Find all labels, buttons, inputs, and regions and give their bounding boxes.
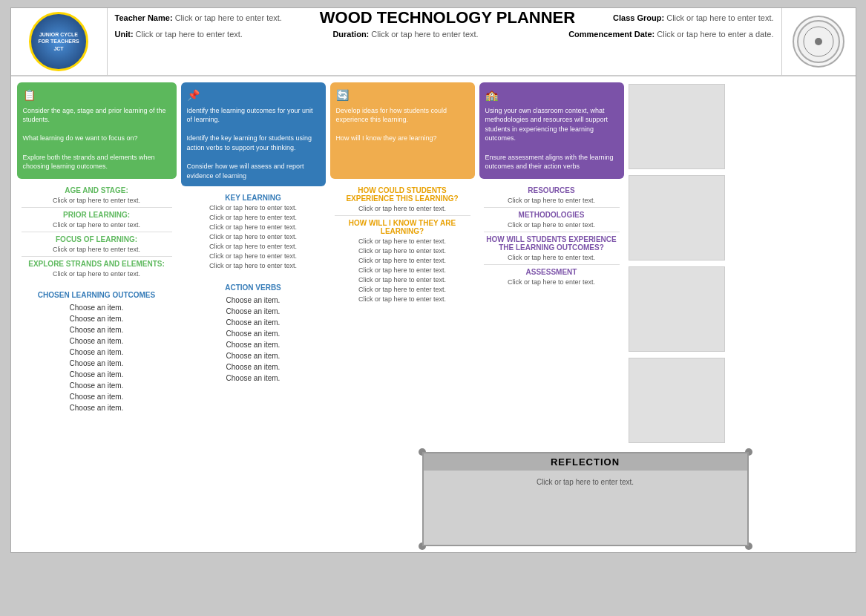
av-dropdown-3[interactable]: Choose an item. bbox=[186, 318, 321, 327]
dropdown-3[interactable]: Choose an item. bbox=[22, 326, 172, 334]
know-text-2[interactable]: Click or tap here to enter text. bbox=[335, 247, 470, 255]
dropdown-6[interactable]: Choose an item. bbox=[22, 359, 172, 367]
explore-text[interactable]: Click or tap here to enter text. bbox=[22, 270, 172, 278]
resources-section: RESOURCES Click or tap here to enter tex… bbox=[479, 183, 624, 290]
main-content: 📋 Consider the age, stage and prior lear… bbox=[11, 76, 856, 449]
av-dropdown-4[interactable]: Choose an item. bbox=[186, 330, 321, 338]
commencement-field[interactable]: Commencement Date: Click or tap here to … bbox=[568, 30, 773, 39]
orange-card-text: Develop ideas for how students could exp… bbox=[336, 106, 469, 143]
dropdown-9[interactable]: Choose an item. bbox=[22, 393, 172, 401]
av-dropdown-6[interactable]: Choose an item. bbox=[186, 352, 321, 360]
key-learning-title: KEY LEARNING bbox=[186, 194, 321, 202]
methodologies-text[interactable]: Click or tap here to enter text. bbox=[484, 221, 620, 229]
logo-text: JUNIOR CYCLEFOR TEACHERSJCT bbox=[38, 31, 79, 51]
green-info-card: 📋 Consider the age, stage and prior lear… bbox=[17, 82, 177, 179]
class-group-field[interactable]: Class Group: Click or tap here to enter … bbox=[613, 13, 773, 22]
know-text-4[interactable]: Click or tap here to enter text. bbox=[335, 266, 470, 274]
duration-field[interactable]: Duration: Click or tap here to enter tex… bbox=[332, 30, 478, 39]
assessment-text[interactable]: Click or tap here to enter text. bbox=[484, 278, 620, 286]
reflection-text[interactable]: Click or tap here to enter text. bbox=[424, 471, 747, 545]
key-learning-text-6[interactable]: Click or tap here to enter text. bbox=[186, 252, 321, 260]
class-group-input[interactable]: Click or tap here to enter text. bbox=[666, 13, 773, 22]
reflection-container: REFLECTION Click or tap here to enter te… bbox=[422, 452, 749, 546]
key-learning-text-3[interactable]: Click or tap here to enter text. bbox=[186, 223, 321, 231]
divider-assess bbox=[484, 264, 620, 265]
green-card-text: Consider the age, stage and prior learni… bbox=[23, 106, 171, 171]
reflection-title: REFLECTION bbox=[424, 453, 747, 471]
image-placeholder-4 bbox=[629, 358, 725, 443]
know-text-6[interactable]: Click or tap here to enter text. bbox=[335, 286, 470, 293]
column-2: 📌 Identify the learning outcomes for you… bbox=[181, 82, 326, 443]
unit-field[interactable]: Unit: Click or tap here to enter text. bbox=[115, 30, 243, 39]
know-text-1[interactable]: Click or tap here to enter text. bbox=[335, 237, 470, 245]
dropdown-5[interactable]: Choose an item. bbox=[22, 348, 172, 356]
dropdown-4[interactable]: Choose an item. bbox=[22, 337, 172, 345]
key-learning-text-1[interactable]: Click or tap here to enter text. bbox=[186, 204, 321, 212]
prior-learning-title: PRIOR LEARNING: bbox=[22, 211, 172, 219]
age-stage-text[interactable]: Click or tap here to enter text. bbox=[22, 197, 172, 204]
image-placeholder-3 bbox=[629, 266, 725, 352]
av-dropdown-5[interactable]: Choose an item. bbox=[186, 341, 321, 349]
dropdown-7[interactable]: Choose an item. bbox=[22, 370, 172, 379]
header-info: Teacher Name: Click or tap here to enter… bbox=[108, 8, 781, 75]
dropdown-8[interactable]: Choose an item. bbox=[22, 381, 172, 390]
reflection-area: REFLECTION Click or tap here to enter te… bbox=[422, 452, 749, 546]
experience-section: HOW COULD STUDENTS EXPERIENCE THIS LEARN… bbox=[330, 183, 475, 308]
teacher-input[interactable]: Click or tap here to enter text. bbox=[175, 13, 282, 22]
key-learning-text-5[interactable]: Click or tap here to enter text. bbox=[186, 243, 321, 250]
svg-point-3 bbox=[815, 38, 822, 45]
dropdown-2[interactable]: Choose an item. bbox=[22, 315, 172, 323]
commencement-label: Commencement Date: bbox=[568, 30, 655, 39]
main-title: WOOD TECHNOLOGY PLANNER bbox=[320, 8, 575, 27]
divider-1 bbox=[22, 207, 172, 208]
divider-exp bbox=[335, 215, 470, 216]
duration-input[interactable]: Click or tap here to enter text. bbox=[371, 30, 478, 39]
know-text-7[interactable]: Click or tap here to enter text. bbox=[335, 295, 470, 303]
header-row-2: Unit: Click or tap here to enter text. D… bbox=[115, 30, 774, 39]
know-text-5[interactable]: Click or tap here to enter text. bbox=[335, 276, 470, 284]
chosen-title: CHOSEN LEARNING OUTCOMES bbox=[22, 291, 172, 299]
av-dropdown-1[interactable]: Choose an item. bbox=[186, 296, 321, 304]
blue-card-text: Identify the learning outcomes for your … bbox=[187, 106, 320, 181]
key-learning-text-2[interactable]: Click or tap here to enter text. bbox=[186, 214, 321, 221]
resources-text[interactable]: Click or tap here to enter text. bbox=[484, 197, 620, 204]
key-learning-text-4[interactable]: Click or tap here to enter text. bbox=[186, 233, 321, 240]
bottom-spacer bbox=[17, 452, 418, 546]
know-text-3[interactable]: Click or tap here to enter text. bbox=[335, 257, 470, 264]
prior-learning-text[interactable]: Click or tap here to enter text. bbox=[22, 221, 172, 229]
emblem-svg: ⚙ bbox=[796, 19, 841, 64]
chosen-outcomes-section: CHOSEN LEARNING OUTCOMES Choose an item.… bbox=[17, 286, 177, 419]
header-row-1: Teacher Name: Click or tap here to enter… bbox=[115, 8, 774, 27]
blue-info-card: 📌 Identify the learning outcomes for you… bbox=[181, 82, 326, 186]
key-learning-text-7[interactable]: Click or tap here to enter text. bbox=[186, 262, 321, 269]
column-3: 🔄 Develop ideas for how students could e… bbox=[330, 82, 475, 443]
know-title: HOW WILL I KNOW THEY ARE LEARNING? bbox=[335, 219, 470, 235]
methodologies-title: METHODOLOGIES bbox=[484, 211, 620, 219]
divider-2 bbox=[22, 232, 172, 232]
col4-experience-text[interactable]: Click or tap here to enter text. bbox=[484, 254, 620, 261]
av-dropdown-7[interactable]: Choose an item. bbox=[186, 363, 321, 371]
focus-title: FOCUS OF LEARNING: bbox=[22, 235, 172, 243]
unit-input[interactable]: Click or tap here to enter text. bbox=[136, 30, 243, 39]
logo-area: JUNIOR CYCLEFOR TEACHERSJCT bbox=[11, 8, 108, 75]
column-1: 📋 Consider the age, stage and prior lear… bbox=[17, 82, 177, 443]
dropdown-1[interactable]: Choose an item. bbox=[22, 304, 172, 312]
column-5 bbox=[629, 82, 725, 443]
orange-info-card: 🔄 Develop ideas for how students could e… bbox=[330, 82, 475, 179]
av-dropdown-8[interactable]: Choose an item. bbox=[186, 374, 321, 382]
purple-info-card: 🏫 Using your own classroom context, what… bbox=[479, 82, 624, 179]
bottom-area: REFLECTION Click or tap here to enter te… bbox=[17, 452, 850, 546]
experience-text[interactable]: Click or tap here to enter text. bbox=[335, 205, 470, 212]
image-placeholder-2 bbox=[629, 175, 725, 261]
dropdown-10[interactable]: Choose an item. bbox=[22, 404, 172, 412]
commencement-input[interactable]: Click or tap here to enter a date. bbox=[657, 30, 773, 39]
bottom-right bbox=[753, 452, 850, 546]
av-dropdown-2[interactable]: Choose an item. bbox=[186, 307, 321, 315]
class-group-label: Class Group: bbox=[613, 13, 664, 22]
explore-title: EXPLORE STRANDS AND ELEMENTS: bbox=[22, 260, 172, 268]
unit-label: Unit: bbox=[115, 30, 134, 39]
teacher-name-field[interactable]: Teacher Name: Click or tap here to enter… bbox=[115, 13, 282, 22]
key-learning-section: KEY LEARNING Click or tap here to enter … bbox=[181, 191, 326, 275]
image-placeholder-1 bbox=[629, 84, 725, 169]
focus-text[interactable]: Click or tap here to enter text. bbox=[22, 246, 172, 253]
